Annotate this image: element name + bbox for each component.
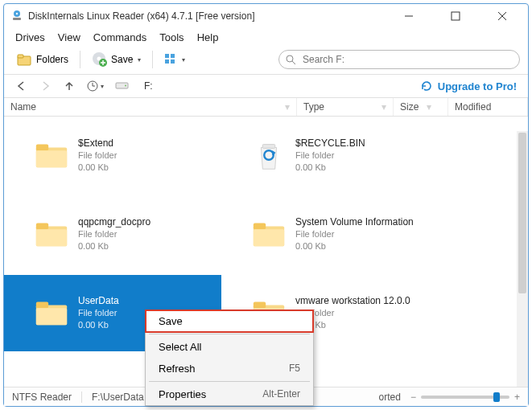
file-tile[interactable]: $RECYCLE.BINFile folder0.00 Kb [221, 117, 511, 193]
file-tile-text: qqpcmgr_docproFile folder0.00 Kb [78, 215, 151, 252]
ctx-refresh[interactable]: RefreshF5 [146, 358, 313, 379]
svg-rect-23 [36, 150, 67, 167]
zoom-track[interactable] [421, 396, 509, 399]
scrollbar[interactable] [517, 131, 528, 387]
column-type[interactable]: Type▾ [297, 98, 394, 116]
zoom-thumb[interactable] [493, 392, 500, 402]
svg-rect-13 [171, 54, 175, 58]
file-tile[interactable]: $ExtendFile folder0.00 Kb [4, 117, 221, 193]
file-size: 0.00 Kb [295, 240, 414, 252]
svg-rect-35 [254, 302, 266, 309]
file-size: 0.00 Kb [295, 162, 365, 174]
nav-forward-button[interactable] [39, 80, 52, 92]
toolbar-save-label: Save [111, 54, 133, 65]
svg-rect-26 [36, 223, 48, 229]
scrollbar-thumb[interactable] [518, 133, 526, 293]
svg-rect-24 [262, 144, 274, 148]
app-window: DiskInternals Linux Reader (x64) 4.7.1 [… [3, 3, 529, 407]
context-menu: Save Select All RefreshF5 PropertiesAlt-… [145, 310, 314, 406]
toolbar-folders-button[interactable]: Folders [12, 51, 73, 68]
zoom-out-icon[interactable]: − [410, 392, 416, 403]
ctx-properties[interactable]: PropertiesAlt-Enter [146, 383, 313, 405]
file-name: $Extend [78, 137, 117, 150]
upgrade-link[interactable]: Upgrade to Pro! [420, 80, 517, 92]
save-disk-icon [92, 51, 108, 68]
drive-icon [115, 81, 130, 91]
nav-back-button[interactable] [15, 80, 28, 92]
file-name: UserData [78, 294, 119, 307]
svg-rect-27 [36, 229, 67, 246]
upgrade-label: Upgrade to Pro! [438, 80, 517, 92]
filter-icon: ▾ [427, 101, 431, 113]
search-input[interactable] [301, 53, 513, 66]
nav-row: ▾ F: Upgrade to Pro! [4, 75, 528, 98]
file-size: 0.00 Kb [78, 240, 151, 252]
nav-history-button[interactable]: ▾ [86, 80, 104, 92]
toolbar-view-button[interactable]: ▾ [159, 51, 190, 68]
ctx-separator [149, 334, 310, 334]
file-type: File folder [295, 150, 365, 162]
menu-drives[interactable]: Drives [15, 31, 45, 43]
window-title: DiskInternals Linux Reader (x64) 4.7.1 [… [28, 10, 393, 22]
svg-point-1 [16, 13, 18, 14]
file-type: File folder [78, 307, 119, 319]
filter-icon: ▾ [381, 101, 386, 113]
ctx-separator [149, 381, 310, 382]
chevron-down-icon: ▾ [182, 56, 185, 64]
menu-commands[interactable]: Commands [93, 31, 146, 43]
svg-rect-32 [36, 302, 48, 309]
minimize-button[interactable] [393, 6, 425, 27]
maximize-button[interactable] [439, 6, 472, 27]
file-name: qqpcmgr_docpro [78, 215, 151, 228]
svg-point-20 [125, 85, 126, 87]
svg-rect-8 [18, 55, 23, 58]
zoom-in-icon[interactable]: + [514, 392, 520, 403]
svg-rect-15 [171, 59, 175, 64]
search-box[interactable] [278, 50, 520, 69]
svg-line-17 [292, 61, 295, 64]
file-size: 0.00 Kb [78, 319, 119, 331]
nav-up-button[interactable] [64, 80, 75, 92]
column-modified[interactable]: Modified [448, 98, 528, 116]
file-type: File folder [78, 150, 117, 162]
chevron-down-icon: ▾ [138, 56, 141, 64]
close-button[interactable] [486, 6, 518, 27]
file-type: File folder [78, 228, 151, 240]
svg-rect-33 [36, 308, 67, 325]
svg-rect-4 [452, 12, 460, 20]
column-size[interactable]: Size▾ [394, 98, 448, 116]
search-icon [286, 55, 296, 65]
file-tile-text: System Volume InformationFile folder0.00… [295, 215, 414, 252]
ctx-select-all[interactable]: Select All [146, 336, 313, 358]
svg-point-16 [287, 55, 293, 62]
toolbar: Folders Save ▾ ▾ [4, 48, 528, 75]
file-tile-text: $ExtendFile folder0.00 Kb [78, 137, 117, 174]
filter-icon: ▾ [285, 101, 290, 113]
svg-rect-12 [165, 54, 169, 58]
file-tile[interactable]: System Volume InformationFile folder0.00… [221, 195, 511, 272]
window-buttons [393, 6, 522, 27]
toolbar-divider [80, 51, 80, 68]
file-tile-text: $RECYCLE.BINFile folder0.00 Kb [295, 137, 365, 174]
column-name[interactable]: Name▾ [4, 98, 297, 116]
refresh-icon [420, 80, 433, 92]
status-sort: orted [379, 392, 401, 403]
ctx-save[interactable]: Save [146, 310, 313, 332]
svg-rect-22 [36, 144, 48, 150]
svg-rect-30 [254, 229, 284, 246]
menu-tools[interactable]: Tools [159, 31, 184, 43]
zoom-slider[interactable]: − + [410, 392, 520, 403]
path-label: F: [144, 80, 153, 92]
menu-help[interactable]: Help [197, 31, 219, 43]
toolbar-folders-label: Folders [36, 54, 68, 65]
file-tile[interactable]: qqpcmgr_docproFile folder0.00 Kb [4, 195, 221, 272]
app-icon [10, 10, 23, 23]
column-headers: Name▾ Type▾ Size▾ Modified [4, 98, 528, 117]
folders-icon [17, 52, 33, 67]
file-size: 0.00 Kb [78, 162, 117, 174]
file-type: File folder [295, 228, 414, 240]
file-name: $RECYCLE.BIN [295, 137, 365, 150]
toolbar-save-button[interactable]: Save ▾ [87, 50, 146, 69]
menu-view[interactable]: View [58, 31, 80, 43]
menu-bar: Drives View Commands Tools Help [4, 28, 528, 48]
